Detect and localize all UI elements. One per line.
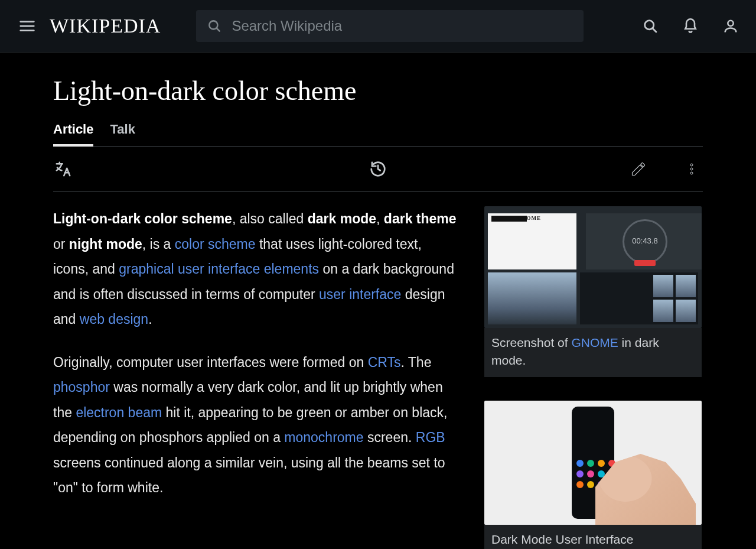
figure-ecobranding: Dark Mode User Interface Ecobranding — [484, 401, 702, 549]
link-monochrome[interactable]: monochrome — [284, 430, 363, 445]
history-paragraph: Originally, computer user interfaces wer… — [53, 350, 461, 501]
tab-article[interactable]: Article — [53, 122, 93, 147]
link-crts[interactable]: CRTs — [368, 355, 401, 370]
link-web-design[interactable]: web design — [80, 311, 148, 327]
article-prose: Light-on-dark color scheme, also called … — [53, 206, 461, 549]
page-toolbar — [53, 147, 703, 192]
link-electron-beam[interactable]: electron beam — [76, 405, 162, 420]
link-user-interface[interactable]: user interface — [319, 287, 401, 302]
menu-button[interactable] — [17, 15, 38, 37]
clock-value: 00:43.8 — [623, 219, 667, 264]
figure-gnome: GNOME 00:43.8 Screenshot of GNOME in dar… — [484, 206, 702, 377]
site-logo[interactable]: WIKIPEDIA — [50, 15, 161, 37]
intro-paragraph: Light-on-dark color scheme, also called … — [53, 206, 461, 332]
svg-line-4 — [217, 28, 220, 31]
tab-talk[interactable]: Talk — [110, 122, 135, 146]
search-button[interactable] — [641, 17, 659, 35]
term-night-mode: night mode — [69, 236, 142, 252]
page-title: Light-on-dark color scheme — [53, 75, 703, 106]
link-gnome[interactable]: GNOME — [571, 336, 618, 349]
svg-point-8 — [690, 164, 693, 166]
language-button[interactable] — [54, 160, 72, 178]
article-content: Light-on-dark color scheme Article Talk … — [0, 53, 756, 549]
svg-point-7 — [728, 21, 733, 26]
search-input[interactable] — [230, 17, 573, 35]
link-gui-elements[interactable]: graphical user interface elements — [119, 261, 319, 277]
link-phosphor[interactable]: phosphor — [53, 379, 110, 395]
notifications-button[interactable] — [682, 17, 699, 35]
term-dark-theme: dark theme — [384, 211, 457, 226]
kebab-icon — [685, 160, 699, 178]
caption-ecobranding: Dark Mode User Interface Ecobranding — [484, 525, 702, 549]
account-button[interactable] — [722, 17, 739, 35]
term-main: Light-on-dark color scheme — [53, 211, 232, 226]
svg-line-6 — [653, 28, 656, 32]
search-icon — [207, 18, 222, 34]
svg-point-9 — [690, 168, 693, 170]
thumbnail-gnome[interactable]: GNOME 00:43.8 — [484, 206, 702, 328]
link-color-scheme[interactable]: color scheme — [175, 236, 256, 252]
link-rgb[interactable]: RGB — [416, 430, 445, 445]
bell-icon — [682, 18, 699, 34]
page-tabs: Article Talk — [53, 122, 703, 147]
top-header: WIKIPEDIA — [0, 0, 756, 53]
history-button[interactable] — [369, 160, 387, 178]
edit-button[interactable] — [630, 160, 647, 178]
search-bar[interactable] — [196, 10, 584, 42]
user-icon — [722, 18, 739, 34]
pencil-icon — [630, 161, 647, 177]
search-icon — [642, 18, 659, 34]
figure-sidebar: GNOME 00:43.8 Screenshot of GNOME in dar… — [484, 206, 702, 549]
gnome-label: GNOME — [517, 216, 541, 221]
history-icon — [369, 160, 387, 178]
language-icon — [54, 160, 72, 178]
more-button[interactable] — [683, 160, 700, 178]
svg-point-10 — [690, 172, 693, 174]
term-dark-mode: dark mode — [308, 211, 376, 226]
hamburger-icon — [18, 17, 36, 35]
caption-gnome: Screenshot of GNOME in dark mode. — [484, 328, 702, 377]
thumbnail-ecobranding[interactable] — [484, 401, 702, 525]
